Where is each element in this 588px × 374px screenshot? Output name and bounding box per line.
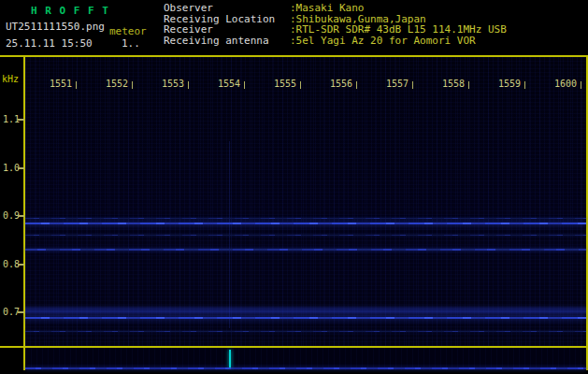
info-label: Receiving antenna	[164, 36, 290, 47]
carrier-line	[25, 235, 586, 236]
freq-tick-label: 1.1	[0, 114, 20, 124]
counter-label: 1..	[122, 37, 140, 50]
level-baseline	[25, 367, 586, 369]
header-info-row: Receiving antenna:5el Yagi Az 20 for Aom…	[164, 36, 476, 47]
carrier-line	[25, 317, 586, 319]
carrier-line	[25, 223, 586, 224]
hrofft-screen: H R O F F T UT2511111550.png meteor 25.1…	[0, 0, 588, 374]
freq-tick-label: 0.8	[0, 259, 20, 269]
spectrogram-plot	[25, 57, 586, 346]
carrier-line	[25, 331, 586, 332]
freq-tick-label: 0.7	[0, 307, 20, 317]
carrier-line	[25, 249, 586, 251]
signal-level-strip	[25, 348, 586, 370]
mode-label: meteor	[109, 25, 147, 37]
header-info: Observer:Masaki KanoReceiving Location:S…	[164, 0, 588, 54]
carrier-line	[25, 218, 586, 219]
info-value: :5el Yagi Az 20 for Aomori VOR	[290, 35, 476, 47]
app-title: H R O F F T	[31, 5, 109, 17]
freq-tick-label: 1.0	[0, 163, 20, 173]
event-marker	[229, 350, 231, 367]
freq-tick-label: 0.9	[0, 210, 20, 221]
freq-axis-unit-label: kHz	[2, 74, 19, 84]
output-filename: UT2511111550.png	[6, 21, 105, 33]
carrier-line	[25, 305, 586, 317]
datetime-label: 25.11.11 15:50	[6, 37, 93, 50]
